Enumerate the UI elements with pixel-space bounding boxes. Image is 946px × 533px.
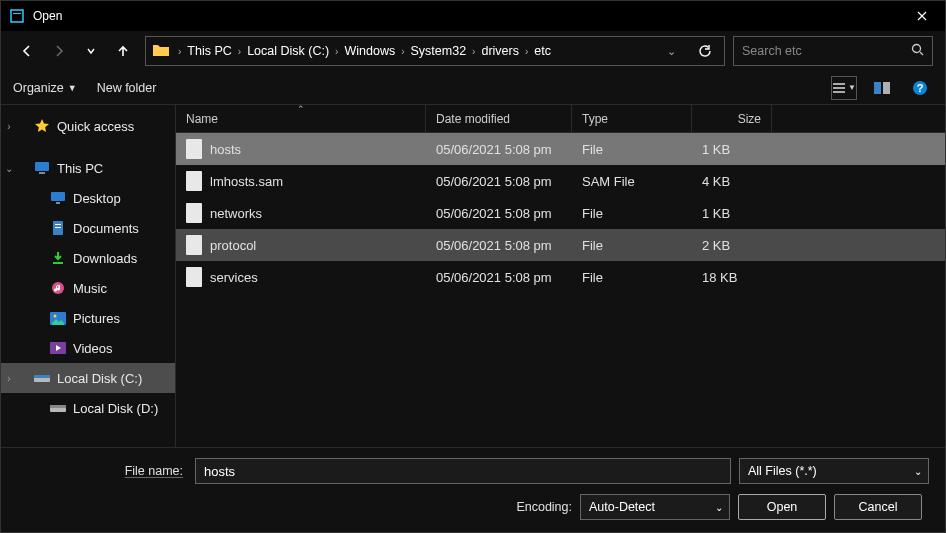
svg-rect-20 <box>34 375 50 378</box>
view-button[interactable]: ▼ <box>831 76 857 100</box>
search-input[interactable]: Search etc <box>733 36 933 66</box>
file-icon <box>186 235 202 255</box>
svg-point-2 <box>913 45 921 53</box>
file-row[interactable]: protocol 05/06/2021 5:08 pm File 2 KB <box>176 229 945 261</box>
svg-rect-22 <box>50 405 66 408</box>
svg-point-17 <box>54 314 57 317</box>
chevron-down-icon[interactable]: ⌄ <box>659 45 684 58</box>
column-name[interactable]: Name⌃ <box>176 105 426 132</box>
title-bar: Open <box>1 1 945 31</box>
tree-item-this-pc[interactable]: ⌄This PC <box>1 153 175 183</box>
star-icon <box>33 118 51 134</box>
tree-item-documents[interactable]: Documents <box>1 213 175 243</box>
breadcrumb[interactable]: drivers <box>477 42 523 60</box>
chevron-right-icon: › <box>333 46 340 57</box>
chevron-down-icon: ▼ <box>68 83 77 93</box>
documents-icon <box>49 220 67 236</box>
search-icon <box>911 42 924 60</box>
expand-icon: › <box>1 373 17 384</box>
column-headers: Name⌃ Date modified Type Size <box>176 105 945 133</box>
file-type-filter[interactable]: All Files (*.*)⌄ <box>739 458 929 484</box>
navigation-tree: ›Quick access ⌄This PC Desktop Documents… <box>1 105 176 447</box>
help-button[interactable]: ? <box>907 76 933 100</box>
app-icon <box>9 8 25 24</box>
svg-rect-14 <box>53 262 63 264</box>
column-date[interactable]: Date modified <box>426 105 572 132</box>
expand-icon: › <box>1 121 17 132</box>
svg-text:?: ? <box>917 82 924 94</box>
chevron-right-icon: › <box>523 46 530 57</box>
column-type[interactable]: Type <box>572 105 692 132</box>
filename-input[interactable] <box>195 458 731 484</box>
desktop-icon <box>49 191 67 205</box>
column-size[interactable]: Size <box>692 105 772 132</box>
drive-icon <box>49 402 67 414</box>
search-placeholder: Search etc <box>742 44 911 58</box>
address-bar[interactable]: › This PC › Local Disk (C:) › Windows › … <box>145 36 725 66</box>
folder-icon <box>152 42 170 60</box>
open-button[interactable]: Open <box>738 494 826 520</box>
svg-rect-1 <box>13 13 21 14</box>
forward-button[interactable] <box>45 37 73 65</box>
preview-pane-button[interactable] <box>869 76 895 100</box>
tree-item-quick-access[interactable]: ›Quick access <box>1 111 175 141</box>
chevron-down-icon: ⌄ <box>914 466 922 477</box>
organize-button[interactable]: Organize ▼ <box>13 81 77 95</box>
svg-rect-0 <box>11 10 23 22</box>
svg-rect-8 <box>39 172 45 174</box>
file-icon <box>186 203 202 223</box>
svg-rect-13 <box>55 227 61 228</box>
file-row[interactable]: hosts 05/06/2021 5:08 pm File 1 KB <box>176 133 945 165</box>
refresh-button[interactable] <box>690 37 720 65</box>
svg-rect-4 <box>883 82 890 94</box>
tree-item-local-d[interactable]: Local Disk (D:) <box>1 393 175 423</box>
svg-rect-9 <box>51 192 65 201</box>
cancel-button[interactable]: Cancel <box>834 494 922 520</box>
new-folder-button[interactable]: New folder <box>97 81 157 95</box>
chevron-right-icon: › <box>470 46 477 57</box>
pc-icon <box>33 161 51 175</box>
file-row[interactable]: services 05/06/2021 5:08 pm File 18 KB <box>176 261 945 293</box>
toolbar: Organize ▼ New folder ▼ ? <box>1 71 945 105</box>
music-icon <box>49 281 67 295</box>
chevron-down-icon: ⌄ <box>715 502 723 513</box>
svg-rect-3 <box>874 82 881 94</box>
file-row[interactable]: networks 05/06/2021 5:08 pm File 1 KB <box>176 197 945 229</box>
tree-item-pictures[interactable]: Pictures <box>1 303 175 333</box>
svg-rect-10 <box>56 202 60 204</box>
videos-icon <box>49 342 67 354</box>
svg-rect-7 <box>35 162 49 171</box>
filename-label: File name: <box>17 464 187 478</box>
breadcrumb[interactable]: System32 <box>407 42 471 60</box>
tree-item-desktop[interactable]: Desktop <box>1 183 175 213</box>
encoding-select[interactable]: Auto-Detect⌄ <box>580 494 730 520</box>
file-icon <box>186 171 202 191</box>
file-list: Name⌃ Date modified Type Size hosts 05/0… <box>176 105 945 447</box>
chevron-right-icon: › <box>176 46 183 57</box>
breadcrumb[interactable]: Windows <box>340 42 399 60</box>
pictures-icon <box>49 312 67 325</box>
file-row[interactable]: lmhosts.sam 05/06/2021 5:08 pm SAM File … <box>176 165 945 197</box>
breadcrumb[interactable]: etc <box>530 42 555 60</box>
file-icon <box>186 139 202 159</box>
collapse-icon: ⌄ <box>1 163 17 174</box>
sort-asc-icon: ⌃ <box>297 104 305 114</box>
dialog-footer: File name: All Files (*.*)⌄ Encoding: Au… <box>1 447 945 532</box>
tree-item-local-c[interactable]: ›Local Disk (C:) <box>1 363 175 393</box>
downloads-icon <box>49 251 67 265</box>
open-dialog: Open › This PC › Local Disk (C:) › Windo… <box>0 0 946 533</box>
tree-item-downloads[interactable]: Downloads <box>1 243 175 273</box>
encoding-label: Encoding: <box>17 500 572 514</box>
breadcrumb[interactable]: This PC <box>183 42 235 60</box>
tree-item-music[interactable]: Music <box>1 273 175 303</box>
up-button[interactable] <box>109 37 137 65</box>
chevron-right-icon: › <box>399 46 406 57</box>
close-button[interactable] <box>899 1 945 31</box>
drive-icon <box>33 372 51 384</box>
nav-bar: › This PC › Local Disk (C:) › Windows › … <box>1 31 945 71</box>
file-icon <box>186 267 202 287</box>
breadcrumb[interactable]: Local Disk (C:) <box>243 42 333 60</box>
recent-dropdown[interactable] <box>77 37 105 65</box>
tree-item-videos[interactable]: Videos <box>1 333 175 363</box>
back-button[interactable] <box>13 37 41 65</box>
